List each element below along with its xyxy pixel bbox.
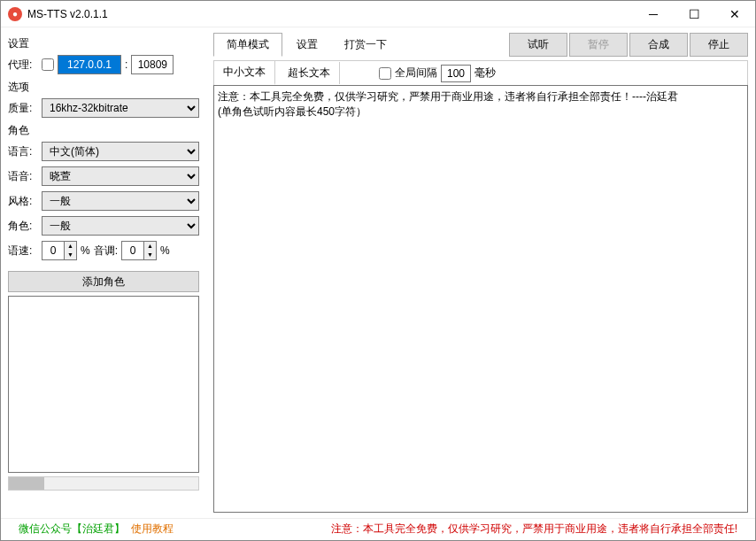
speed-input[interactable] bbox=[42, 242, 64, 259]
speed-down[interactable]: ▼ bbox=[65, 251, 76, 259]
sub-tab-row: 中小文本 超长文本 全局间隔 毫秒 bbox=[213, 60, 748, 85]
voice-label: 语音: bbox=[8, 169, 38, 184]
language-select[interactable]: 中文(简体) bbox=[42, 142, 199, 161]
tab-settings[interactable]: 设置 bbox=[284, 34, 330, 56]
sub-tab-long[interactable]: 超长文本 bbox=[279, 62, 340, 84]
footer-author[interactable]: 【治廷君】 bbox=[72, 522, 125, 537]
role-select[interactable]: 一般 bbox=[42, 216, 199, 236]
settings-header: 设置 bbox=[8, 36, 199, 51]
pitch-spinner[interactable]: ▲▼ bbox=[121, 241, 157, 260]
footer: 微信公众号 【治廷君】 使用教程 注意：本工具完全免费，仅供学习研究，严禁用于商… bbox=[1, 518, 755, 539]
proxy-label: 代理: bbox=[8, 58, 38, 73]
global-gap-label: 全局间隔 bbox=[395, 66, 437, 81]
proxy-ip-input[interactable] bbox=[58, 55, 121, 74]
voice-select[interactable]: 晓萱 bbox=[42, 166, 199, 186]
pitch-down[interactable]: ▼ bbox=[144, 251, 156, 259]
options-header: 选项 bbox=[8, 80, 199, 95]
speed-label: 语速: bbox=[8, 243, 38, 259]
role-list[interactable] bbox=[8, 296, 199, 473]
pitch-unit: % bbox=[160, 244, 170, 257]
sub-tab-small[interactable]: 中小文本 bbox=[214, 61, 275, 85]
speed-unit: % bbox=[81, 244, 90, 257]
horizontal-scrollbar[interactable] bbox=[8, 476, 199, 491]
global-gap-unit: 毫秒 bbox=[474, 66, 496, 81]
footer-notice: 注意：本工具完全免费，仅供学习研究，严禁用于商业用途，违者将自行承担全部责任! bbox=[331, 522, 737, 537]
titlebar: ● MS-TTS v2.0.1.1 ─ ☐ ✕ bbox=[1, 1, 755, 27]
global-gap-input[interactable] bbox=[441, 65, 471, 82]
proxy-port-input[interactable] bbox=[131, 55, 174, 74]
pitch-label: 音调: bbox=[94, 243, 118, 259]
speed-spinner[interactable]: ▲▼ bbox=[42, 241, 77, 260]
style-select[interactable]: 一般 bbox=[42, 191, 199, 211]
footer-wechat: 微信公众号 bbox=[19, 522, 72, 537]
preview-button[interactable]: 试听 bbox=[509, 33, 567, 57]
minimize-button[interactable]: ─ bbox=[633, 1, 674, 27]
close-button[interactable]: ✕ bbox=[714, 1, 755, 27]
maximize-button[interactable]: ☐ bbox=[674, 1, 714, 27]
app-icon: ● bbox=[8, 7, 22, 21]
role-header: 角色 bbox=[8, 123, 199, 138]
proxy-sep: : bbox=[125, 58, 127, 71]
language-label: 语言: bbox=[8, 144, 38, 159]
right-panel: 简单模式 设置 打赏一下 试听 暂停 合成 停止 中小文本 超长文本 全局间隔 … bbox=[206, 27, 755, 518]
left-panel: 设置 代理: : 选项 质量: 16khz-32kbitrate 角色 语言: … bbox=[1, 27, 206, 518]
tab-simple-mode[interactable]: 简单模式 bbox=[213, 33, 282, 57]
style-label: 风格: bbox=[8, 194, 38, 209]
footer-tutorial[interactable]: 使用教程 bbox=[131, 522, 174, 537]
add-role-button[interactable]: 添加角色 bbox=[8, 271, 199, 292]
stop-button[interactable]: 停止 bbox=[690, 33, 748, 57]
proxy-checkbox[interactable] bbox=[42, 58, 54, 71]
speed-up[interactable]: ▲ bbox=[65, 242, 76, 251]
top-tabs: 简单模式 设置 打赏一下 试听 暂停 合成 停止 bbox=[213, 33, 748, 57]
synth-button[interactable]: 合成 bbox=[629, 33, 688, 57]
quality-select[interactable]: 16khz-32kbitrate bbox=[42, 98, 199, 118]
pitch-up[interactable]: ▲ bbox=[144, 242, 156, 251]
role-label: 角色: bbox=[8, 219, 38, 234]
pitch-input[interactable] bbox=[122, 242, 143, 259]
quality-label: 质量: bbox=[8, 101, 38, 116]
window-title: MS-TTS v2.0.1.1 bbox=[27, 8, 633, 20]
global-gap-checkbox[interactable] bbox=[379, 67, 391, 80]
tab-tip[interactable]: 打赏一下 bbox=[332, 34, 399, 56]
pause-button[interactable]: 暂停 bbox=[569, 33, 628, 57]
text-input-area[interactable] bbox=[213, 85, 748, 513]
